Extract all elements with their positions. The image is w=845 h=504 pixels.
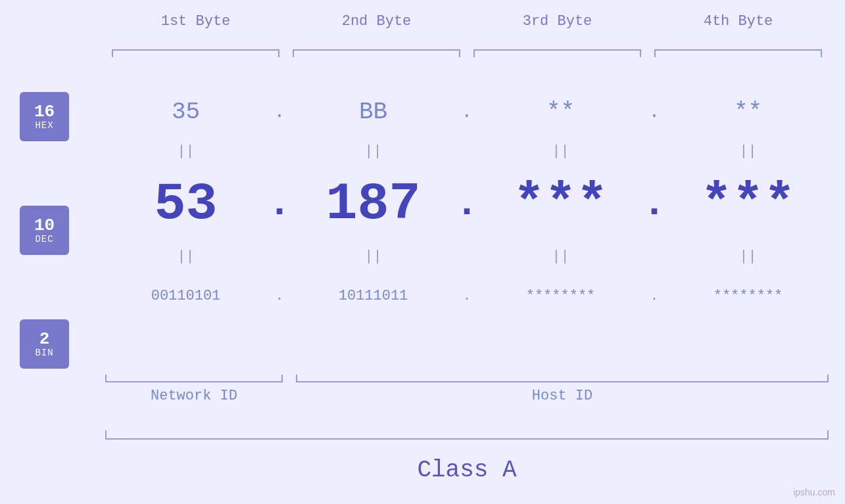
dec-dot-1: . [266,181,293,226]
bracket-byte2 [293,49,460,57]
bin-dot-3: . [641,288,667,304]
class-bracket [105,430,829,440]
class-label: Class A [105,457,829,484]
hex-val-2: BB [293,99,454,126]
bin-val-2: 10111011 [293,288,454,304]
network-id-bracket [105,375,283,382]
dec-dot-2: . [454,181,480,226]
dec-val-4: *** [667,174,829,234]
dec-badge: 10 DEC [20,206,69,255]
hex-val-3: ** [480,99,641,126]
hex-name: HEX [35,120,53,131]
host-id-label: Host ID [296,388,829,404]
hex-dot-1: . [266,102,293,122]
hex-val-4: ** [667,99,829,126]
dec-val-3: *** [480,174,641,234]
bracket-byte4 [654,49,822,57]
bottom-brackets [105,375,829,382]
bin-name: BIN [35,348,53,358]
sep-2-4: || [667,248,829,265]
hex-badge: 16 HEX [20,92,69,141]
main-container: 1st Byte 2nd Byte 3rd Byte 4th Byte 16 H… [0,0,845,504]
byte4-header: 4th Byte [648,13,829,30]
sep-2-1: || [105,248,266,265]
hex-dot-2: . [454,102,480,122]
byte2-header: 2nd Byte [286,13,467,30]
byte1-header: 1st Byte [105,13,286,30]
hex-num: 16 [34,103,55,120]
hex-val-1: 35 [105,99,266,126]
sep-row-1: || || || || [105,138,829,164]
bin-val-1: 00110101 [105,288,266,304]
dec-val-2: 187 [293,174,454,234]
byte3-header: 3rd Byte [467,13,648,30]
sep-1-2: || [293,143,454,160]
bin-val-3: ******** [480,288,641,304]
host-id-bracket [296,375,829,382]
dec-val-1: 53 [105,174,266,234]
id-labels: Network ID Host ID [105,388,829,404]
sep-2-2: || [293,248,454,265]
top-brackets [105,49,829,57]
dec-row: 53 . 187 . *** . *** [105,164,829,243]
watermark: ipshu.com [793,487,835,497]
values-grid: 35 . BB . ** . ** || || || || 53 . 187 .… [105,85,829,322]
bin-badge: 2 BIN [20,319,69,369]
bracket-byte3 [473,49,641,57]
sep-1-3: || [480,143,641,160]
dec-dot-3: . [641,181,667,226]
bracket-byte1 [112,49,279,57]
dec-name: DEC [35,234,53,244]
sep-row-2: || || || || [105,243,829,269]
bin-num: 2 [39,331,50,348]
hex-row: 35 . BB . ** . ** [105,85,829,138]
base-labels: 16 HEX 10 DEC 2 BIN [20,92,69,369]
hex-dot-3: . [641,102,667,122]
network-id-label: Network ID [105,388,283,404]
dec-num: 10 [34,217,55,234]
bin-dot-2: . [454,288,480,304]
bin-row: 00110101 . 10111011 . ******** . *******… [105,269,829,322]
bin-val-4: ******** [667,288,829,304]
byte-headers: 1st Byte 2nd Byte 3rd Byte 4th Byte [105,13,829,30]
sep-1-1: || [105,143,266,160]
bin-dot-1: . [266,288,293,304]
sep-2-3: || [480,248,641,265]
sep-1-4: || [667,143,829,160]
